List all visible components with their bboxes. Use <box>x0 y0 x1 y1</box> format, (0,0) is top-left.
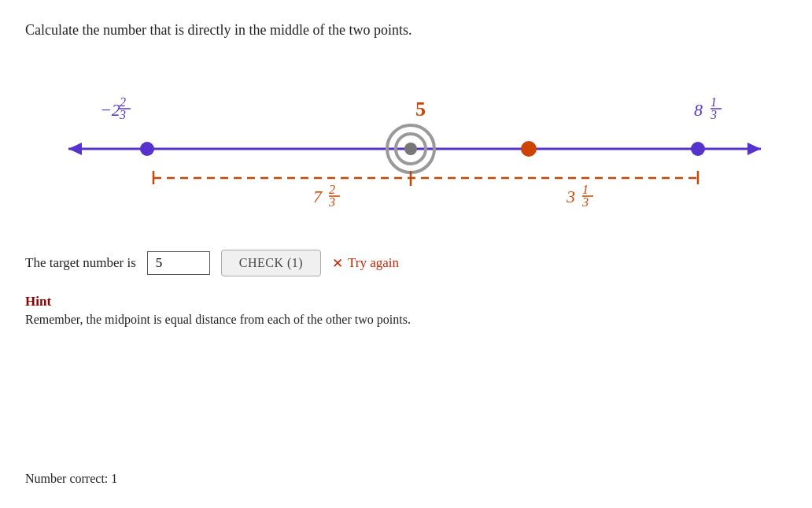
svg-point-17 <box>691 142 705 156</box>
svg-text:1: 1 <box>710 95 717 109</box>
x-icon: ✕ <box>332 255 343 272</box>
svg-marker-10 <box>68 143 82 155</box>
number-correct: Number correct: 1 <box>25 472 117 486</box>
svg-text:−2: −2 <box>100 100 120 120</box>
svg-text:2: 2 <box>120 95 126 109</box>
svg-marker-11 <box>747 143 761 155</box>
svg-text:3: 3 <box>119 108 126 121</box>
check-button[interactable]: CHECK (1) <box>221 250 321 276</box>
svg-text:3: 3 <box>581 195 589 209</box>
answer-input[interactable] <box>147 251 210 275</box>
svg-point-16 <box>521 141 537 157</box>
hint-section: Hint Remember, the midpoint is equal dis… <box>25 294 787 327</box>
svg-text:2: 2 <box>329 183 335 196</box>
answer-row: The target number is CHECK (1) ✕ Try aga… <box>25 250 787 276</box>
answer-label: The target number is <box>25 255 136 271</box>
svg-text:1: 1 <box>582 183 589 196</box>
svg-text:8: 8 <box>694 100 703 120</box>
svg-text:3: 3 <box>328 195 335 209</box>
svg-point-15 <box>404 143 417 155</box>
number-line-area: −2 2 3 5 8 1 3 <box>25 62 781 235</box>
hint-title: Hint <box>25 294 787 310</box>
instruction-text: Calculate the number that is directly in… <box>25 22 787 39</box>
svg-text:5: 5 <box>415 98 426 121</box>
hint-text: Remember, the midpoint is equal distance… <box>25 313 787 327</box>
svg-point-12 <box>140 142 154 156</box>
svg-text:3: 3 <box>566 187 575 206</box>
try-again-message: ✕ Try again <box>332 255 399 272</box>
try-again-text: Try again <box>348 255 399 271</box>
svg-text:7: 7 <box>313 187 323 206</box>
svg-text:3: 3 <box>710 108 717 121</box>
